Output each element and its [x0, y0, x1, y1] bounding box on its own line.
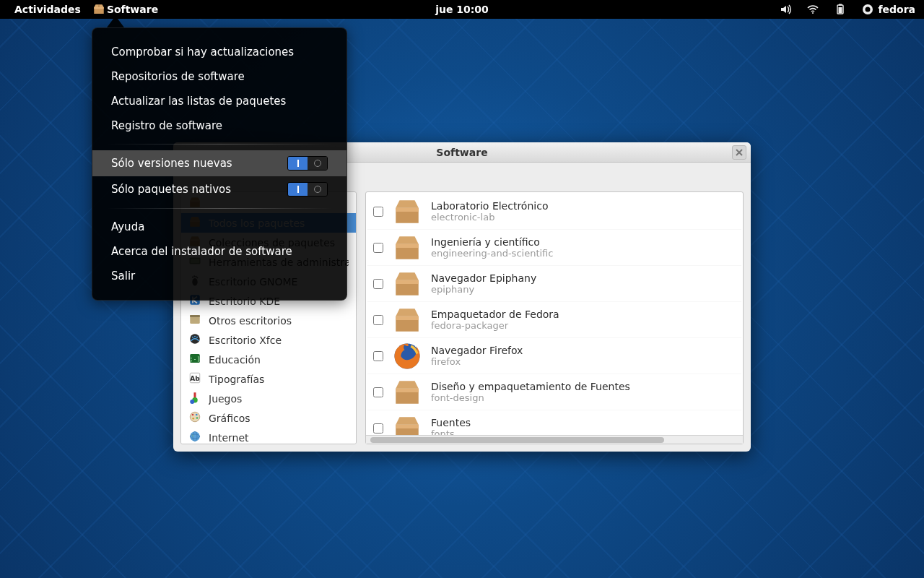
package-checkbox[interactable]	[373, 243, 383, 253]
package-row[interactable]: Laboratorio Electrónicoelectronic-lab	[367, 194, 741, 230]
activities-button[interactable]: Actividades	[9, 4, 87, 15]
svg-marker-50	[396, 200, 419, 208]
horizontal-scrollbar[interactable]	[366, 435, 743, 444]
svg-marker-56	[396, 272, 419, 280]
svg-rect-62	[396, 388, 419, 392]
package-id: epiphany	[431, 284, 536, 295]
svg-rect-28	[190, 315, 200, 317]
package-checkbox[interactable]	[373, 279, 383, 289]
svg-rect-58	[396, 316, 419, 319]
package-row[interactable]: Navegador Epiphanyepiphany	[367, 266, 741, 302]
sidebar-item-label: Gráficos	[209, 413, 250, 424]
package-id: firefox	[431, 356, 523, 367]
menu-only-new-versions-label: Sólo versiones nuevas	[111, 157, 232, 170]
svg-point-31	[194, 336, 196, 337]
games-icon	[188, 391, 201, 406]
package-id: fedora-packager	[431, 320, 559, 331]
svg-rect-6	[839, 4, 842, 6]
svg-marker-66	[396, 417, 419, 425]
svg-point-39	[190, 400, 194, 404]
fedora-logo-icon	[862, 4, 873, 15]
sidebar-item[interactable]: Juegos	[181, 389, 356, 408]
menu-separator	[107, 208, 332, 209]
menu-only-native-packages[interactable]: Sólo paquetes nativos	[92, 176, 346, 202]
close-button[interactable]	[732, 145, 746, 160]
svg-marker-59	[396, 309, 419, 316]
sidebar-item[interactable]: ;-)Educación	[181, 350, 356, 369]
svg-point-42	[196, 414, 198, 416]
package-row[interactable]: Ingeniería y científicoengineering-and-s…	[367, 230, 741, 266]
sidebar-item-label: Tipografías	[209, 374, 264, 385]
svg-point-43	[196, 417, 199, 419]
svg-text:;-): ;-)	[190, 355, 201, 363]
package-checkbox[interactable]	[373, 315, 383, 325]
graphics-icon	[188, 410, 201, 426]
package-row[interactable]: Empaquetador de Fedorafedora-packager	[367, 302, 741, 338]
svg-rect-52	[396, 243, 419, 247]
svg-rect-37	[194, 392, 196, 398]
svg-point-45	[190, 431, 200, 441]
menu-only-new-versions[interactable]: Sólo versiones nuevas	[92, 150, 346, 176]
window-title: Software	[436, 147, 487, 158]
menu-separator	[107, 144, 332, 144]
close-icon	[736, 149, 743, 156]
firefox-icon	[392, 341, 422, 371]
sidebar-item-label: Internet	[209, 432, 249, 444]
globe-icon	[188, 430, 201, 444]
menu-software-log[interactable]: Registro de software	[92, 113, 346, 138]
package-scroll[interactable]: Laboratorio Electrónicoelectronic-labIng…	[366, 192, 743, 435]
package-checkbox[interactable]	[373, 207, 383, 217]
clock[interactable]: jue 10:00	[435, 4, 489, 15]
package-row[interactable]: Fuentesfonts	[367, 410, 741, 435]
package-name: Navegador Firefox	[431, 345, 523, 356]
sidebar-item-label: Educación	[209, 354, 261, 366]
menu-quit[interactable]: Salir	[92, 264, 346, 288]
menu-arrow	[107, 16, 124, 27]
svg-text:Ab: Ab	[190, 375, 200, 382]
menu-update-lists[interactable]: Actualizar las listas de paquetes	[92, 89, 346, 113]
sidebar-item[interactable]: Otros escritorios	[181, 311, 356, 330]
user-menu[interactable]: fedora	[862, 4, 915, 15]
sidebar-item-label: Escritorio Xfce	[209, 335, 282, 346]
svg-point-41	[192, 414, 194, 416]
package-row[interactable]: Diseño y empaquetamiento de Fuentesfont-…	[367, 374, 741, 410]
menu-help[interactable]: Ayuda	[92, 215, 346, 239]
app-menu-button[interactable]: Software	[87, 0, 164, 19]
scrollbar-thumb[interactable]	[370, 437, 664, 443]
sidebar-item[interactable]: Escritorio Xfce	[181, 330, 356, 350]
svg-rect-65	[396, 424, 419, 428]
package-checkbox[interactable]	[373, 351, 383, 361]
sidebar-item[interactable]: Internet	[181, 428, 356, 444]
wifi-icon[interactable]	[807, 4, 819, 15]
battery-icon[interactable]	[834, 4, 846, 15]
package-row[interactable]: Navegador Firefoxfirefox	[367, 338, 741, 374]
package-name: Empaquetador de Fedora	[431, 309, 559, 320]
menu-only-native-packages-label: Sólo paquetes nativos	[111, 183, 231, 196]
svg-point-9	[866, 7, 871, 12]
volume-icon[interactable]	[780, 4, 791, 15]
package-checkbox[interactable]	[373, 387, 383, 397]
svg-marker-53	[396, 236, 419, 244]
menu-check-updates[interactable]: Comprobar si hay actualizaciones	[92, 40, 346, 64]
menu-software-repos[interactable]: Repositorios de software	[92, 64, 346, 89]
username-label: fedora	[878, 4, 915, 15]
sidebar-item-label: Juegos	[209, 393, 242, 405]
xfce-icon	[188, 332, 201, 348]
font-icon: Ab	[188, 371, 201, 387]
app-dropdown-menu: Comprobar si hay actualizaciones Reposit…	[92, 27, 347, 301]
svg-rect-49	[396, 207, 419, 211]
toggle-native-packages[interactable]	[287, 182, 328, 197]
sidebar-item[interactable]: AbTipografías	[181, 369, 356, 389]
svg-point-40	[190, 412, 200, 422]
toggle-new-versions[interactable]	[287, 156, 328, 171]
edu-icon: ;-)	[188, 352, 201, 367]
window-icon	[188, 313, 201, 328]
package-icon	[92, 3, 105, 16]
svg-rect-7	[839, 7, 842, 13]
app-menu-label: Software	[107, 4, 158, 15]
package-name: Diseño y empaquetamiento de Fuentes	[431, 381, 630, 392]
menu-about[interactable]: Acerca del instalador de software	[92, 239, 346, 264]
sidebar-item[interactable]: Gráficos	[181, 408, 356, 428]
package-id: engineering-and-scientific	[431, 248, 553, 259]
package-checkbox[interactable]	[373, 423, 383, 434]
